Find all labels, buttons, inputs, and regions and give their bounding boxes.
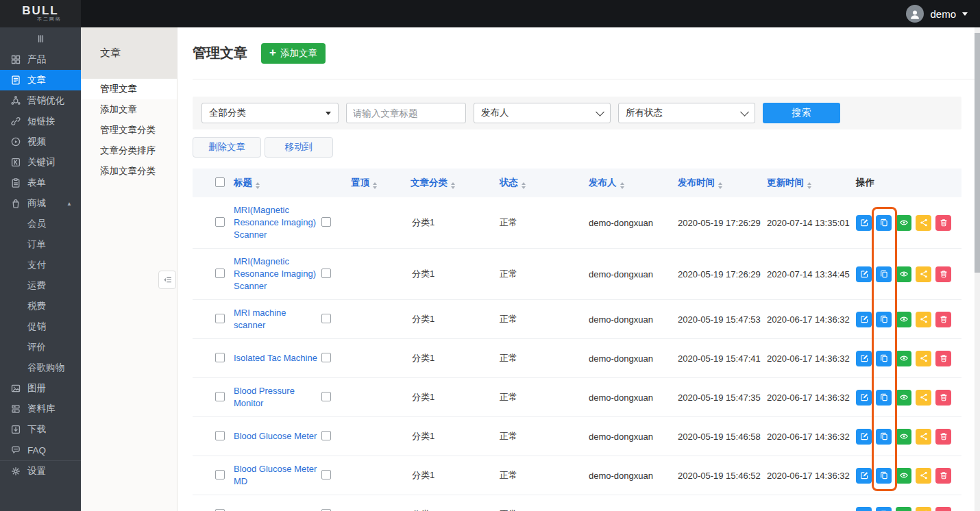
delete-articles-button[interactable]: 删除文章 [193, 137, 261, 158]
delete-button[interactable] [935, 507, 951, 511]
subsidebar-item-manage-articles[interactable]: 管理文章 [81, 79, 177, 99]
edit-button[interactable] [856, 215, 872, 231]
sidebar-item-short-links[interactable]: 短链接 [0, 111, 81, 132]
sidebar-item-library[interactable]: 资料库 [0, 399, 81, 419]
sidebar-item-products[interactable]: 产品 [0, 49, 81, 70]
pin-top-checkbox[interactable] [321, 392, 331, 401]
sidebar-item-marketing[interactable]: 营销优化 [0, 90, 81, 111]
pin-top-checkbox[interactable] [321, 353, 331, 362]
sidebar-subitem-orders[interactable]: 订单 [0, 234, 81, 255]
article-title-link[interactable]: Isolated Tac Machine [234, 352, 319, 364]
subsidebar-item-sort-categories[interactable]: 文章分类排序 [81, 140, 177, 161]
pin-top-checkbox[interactable] [321, 470, 331, 479]
sidebar-subitem-promotion[interactable]: 促销 [0, 316, 81, 337]
delete-button[interactable] [935, 351, 951, 366]
pin-top-checkbox[interactable] [321, 217, 331, 227]
article-title-link[interactable]: Blood Glucose Meter MD [234, 463, 319, 488]
edit-button[interactable] [856, 266, 872, 282]
column-header[interactable]: 更新时间 [765, 169, 854, 197]
row-checkbox[interactable] [215, 509, 225, 511]
delete-button[interactable] [935, 266, 951, 282]
edit-button[interactable] [856, 351, 872, 366]
share-button[interactable] [916, 215, 931, 231]
view-button[interactable] [896, 468, 911, 484]
edit-button[interactable] [856, 390, 872, 406]
delete-button[interactable] [935, 429, 951, 445]
view-button[interactable] [896, 266, 911, 282]
sidebar-subitem-tax[interactable]: 税费 [0, 296, 81, 316]
row-checkbox[interactable] [215, 353, 225, 362]
sidebar-subitem-shipping[interactable]: 运费 [0, 275, 81, 296]
select-all-checkbox[interactable] [215, 177, 225, 187]
sidebar-item-keywords[interactable]: 关键词 [0, 152, 81, 173]
article-title-link[interactable]: MRI(Magnetic Resonance Imaging) Scanner [234, 256, 319, 292]
pin-top-checkbox[interactable] [321, 269, 331, 278]
copy-button[interactable] [876, 351, 892, 366]
share-button[interactable] [916, 429, 931, 445]
sidebar-item-downloads[interactable]: 下载 [0, 419, 81, 440]
view-button[interactable] [896, 215, 911, 231]
sidebar-subitem-google-shopping[interactable]: 谷歌购物 [0, 358, 81, 378]
sidebar-item-settings[interactable]: 设置 [0, 460, 81, 482]
pin-top-checkbox[interactable] [321, 314, 331, 323]
column-header[interactable]: 发布人 [587, 169, 676, 197]
subsidebar-item-manage-categories[interactable]: 管理文章分类 [81, 120, 177, 140]
row-checkbox[interactable] [215, 431, 225, 440]
article-title-link[interactable]: MRI machine scanner [234, 307, 319, 332]
view-button[interactable] [896, 429, 911, 445]
share-button[interactable] [916, 468, 931, 484]
move-to-button[interactable]: 移动到 [265, 137, 333, 158]
subsidebar-item-add-category[interactable]: 添加文章分类 [81, 161, 177, 182]
article-title-link[interactable]: MRI(Magnetic Resonance Imaging) Scanner [234, 204, 319, 241]
row-checkbox[interactable] [215, 314, 225, 323]
copy-button[interactable] [876, 215, 892, 231]
copy-button[interactable] [876, 507, 892, 511]
delete-button[interactable] [935, 468, 951, 484]
category-select[interactable]: 全部分类 [201, 103, 339, 123]
copy-button[interactable] [876, 312, 892, 327]
user-menu[interactable]: demo [906, 5, 968, 23]
article-title-link[interactable]: Thermometer [234, 508, 319, 511]
sidebar-subitem-payment[interactable]: 支付 [0, 255, 81, 275]
edit-button[interactable] [856, 429, 872, 445]
article-title-link[interactable]: Blood Pressure Monitor [234, 385, 319, 410]
delete-button[interactable] [935, 215, 951, 231]
edit-button[interactable] [856, 312, 872, 327]
share-button[interactable] [916, 507, 931, 511]
title-search-input[interactable] [346, 103, 466, 123]
view-button[interactable] [896, 312, 911, 327]
view-button[interactable] [896, 351, 911, 366]
share-button[interactable] [916, 351, 931, 366]
publisher-select[interactable]: 发布人 [474, 103, 611, 123]
edit-button[interactable] [856, 468, 872, 484]
column-header[interactable]: 状态 [498, 169, 587, 197]
column-header[interactable]: 文章分类 [408, 169, 498, 197]
delete-button[interactable] [935, 390, 951, 406]
sidebar-collapse-icon[interactable] [0, 27, 81, 49]
sidebar-item-mall[interactable]: 商城▲ [0, 193, 81, 214]
article-title-link[interactable]: Blood Glucose Meter [234, 430, 319, 443]
sidebar-subitem-reviews[interactable]: 评价 [0, 337, 81, 358]
sidebar-item-forms[interactable]: 表单 [0, 173, 81, 193]
copy-button[interactable] [876, 266, 892, 282]
share-button[interactable] [916, 312, 931, 327]
sidebar-item-faq[interactable]: FAQ [0, 440, 81, 460]
sidebar-item-gallery[interactable]: 图册 [0, 378, 81, 399]
row-checkbox[interactable] [215, 269, 225, 278]
search-button[interactable]: 搜索 [763, 103, 840, 123]
vertical-scrollbar[interactable] [975, 27, 980, 511]
share-button[interactable] [916, 390, 931, 406]
sidebar-subitem-members[interactable]: 会员 [0, 214, 81, 234]
panel-collapse-button[interactable] [158, 271, 176, 289]
column-header[interactable]: 置顶 [319, 169, 408, 197]
pin-top-checkbox[interactable] [321, 431, 331, 440]
share-button[interactable] [916, 266, 931, 282]
copy-button[interactable] [876, 429, 892, 445]
delete-button[interactable] [935, 312, 951, 327]
sidebar-item-videos[interactable]: 视频 [0, 132, 81, 152]
copy-button[interactable] [876, 468, 892, 484]
row-checkbox[interactable] [215, 470, 225, 479]
copy-button[interactable] [876, 390, 892, 406]
edit-button[interactable] [856, 507, 872, 511]
sidebar-item-articles[interactable]: 文章 [0, 70, 81, 90]
